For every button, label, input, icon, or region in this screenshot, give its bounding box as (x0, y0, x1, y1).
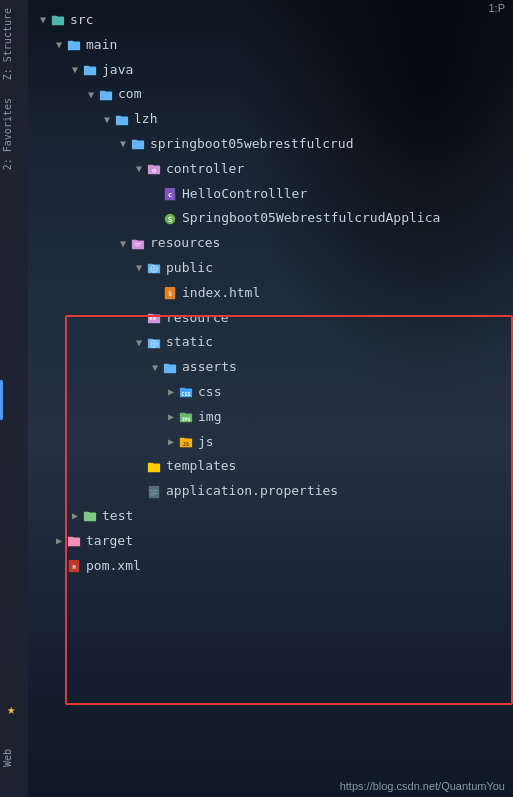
arrow-com (84, 88, 98, 102)
timestamp: 1:P (488, 2, 505, 14)
arrow-src (36, 13, 50, 27)
label-resources: resources (150, 233, 220, 254)
svg-text:</>: </> (150, 488, 158, 493)
svg-text:5: 5 (168, 290, 172, 297)
arrow-java (68, 63, 82, 77)
label-springapp: Springboot05WebrestfulcrudApplica (182, 208, 440, 229)
label-controller: controller (166, 159, 244, 180)
tree-item-templates[interactable]: templates (28, 454, 513, 479)
svg-rect-3 (68, 41, 73, 44)
sidebar-tab-favorites[interactable]: 2: Favorites (0, 90, 28, 178)
arrow-lzh (100, 113, 114, 127)
spring-app-icon: S (162, 211, 178, 227)
label-lzh: lzh (134, 109, 157, 130)
label-js: js (198, 432, 214, 453)
folder-icon-public (146, 260, 162, 276)
label-pomxml: pom.xml (86, 556, 141, 577)
folder-icon-js: JS (178, 434, 194, 450)
tree-item-css[interactable]: CSS css (28, 380, 513, 405)
folder-icon-img: IMG (178, 409, 194, 425)
folder-icon-resource (146, 310, 162, 326)
tree-item-springboot05[interactable]: springboot05webrestfulcrud (28, 132, 513, 157)
svg-rect-7 (100, 90, 105, 93)
folder-icon-controller: ⚙ (146, 161, 162, 177)
svg-rect-59 (68, 537, 73, 540)
svg-rect-20 (132, 239, 137, 242)
url-bar: https://blog.csdn.net/QuantumYou (340, 780, 505, 792)
label-main: main (86, 35, 117, 56)
svg-text:CSS: CSS (181, 391, 190, 397)
tree-item-js[interactable]: JS js (28, 430, 513, 455)
tree-item-public[interactable]: public (28, 256, 513, 281)
maven-icon: M (66, 558, 82, 574)
tree-item-springapp[interactable]: S Springboot05WebrestfulcrudApplica (28, 206, 513, 231)
sidebar-tab-web[interactable]: Web (2, 749, 13, 767)
label-com: com (118, 84, 141, 105)
tree-item-lzh[interactable]: lzh (28, 107, 513, 132)
svg-text:IMG: IMG (182, 417, 191, 422)
label-img: img (198, 407, 221, 428)
svg-rect-33 (153, 317, 156, 320)
folder-icon-resources (130, 236, 146, 252)
props-file-icon: </> (146, 484, 162, 500)
svg-rect-22 (135, 244, 140, 245)
label-css: css (198, 382, 221, 403)
arrow-css (164, 385, 178, 399)
tree-item-pomxml[interactable]: M pom.xml (28, 554, 513, 579)
svg-text:S: S (168, 215, 172, 223)
folder-icon-target (66, 533, 82, 549)
tree-item-main[interactable]: main (28, 33, 513, 58)
tree-item-img[interactable]: IMG img (28, 405, 513, 430)
arrow-springboot05 (116, 137, 130, 151)
folder-icon-lzh (114, 112, 130, 128)
arrow-resources (116, 237, 130, 251)
label-asserts: asserts (182, 357, 237, 378)
label-java: java (102, 60, 133, 81)
arrow-test (68, 509, 82, 523)
folder-icon-java (82, 62, 98, 78)
label-target: target (86, 531, 133, 552)
folder-icon-test (82, 508, 98, 524)
tree-item-hellocontroller[interactable]: c HelloControlller (28, 182, 513, 207)
tree-item-resource[interactable]: resource (28, 306, 513, 331)
folder-icon-src (50, 12, 66, 28)
tree-item-target[interactable]: target (28, 529, 513, 554)
tree-item-appprops[interactable]: </> application.properties (28, 479, 513, 504)
left-sidebar: Z: Structure 2: Favorites ★ Web (0, 0, 28, 797)
tree-item-test[interactable]: test (28, 504, 513, 529)
label-springboot05: springboot05webrestfulcrud (150, 134, 354, 155)
svg-rect-40 (164, 363, 169, 366)
svg-rect-51 (148, 462, 153, 465)
tree-item-resources[interactable]: resources (28, 231, 513, 256)
java-file-icon: c (162, 186, 178, 202)
arrow-controller (132, 162, 146, 176)
tree-item-indexhtml[interactable]: 5 index.html (28, 281, 513, 306)
tree-item-java[interactable]: java (28, 58, 513, 83)
arrow-target (52, 534, 66, 548)
label-indexhtml: index.html (182, 283, 260, 304)
folder-icon-css: CSS (178, 384, 194, 400)
label-test: test (102, 506, 133, 527)
html-file-icon: 5 (162, 285, 178, 301)
tree-item-com[interactable]: com (28, 82, 513, 107)
tree-item-controller[interactable]: ⚙ controller (28, 157, 513, 182)
sidebar-tab-structure[interactable]: Z: Structure (0, 0, 28, 88)
folder-icon-com (98, 87, 114, 103)
arrow-static (132, 336, 146, 350)
arrow-img (164, 410, 178, 424)
svg-rect-9 (116, 115, 121, 118)
label-public: public (166, 258, 213, 279)
tree-item-static[interactable]: static (28, 330, 513, 355)
label-src: src (70, 10, 93, 31)
folder-icon-templates (146, 459, 162, 475)
sidebar-indicator (0, 380, 3, 420)
arrow-asserts (148, 361, 162, 375)
svg-text:JS: JS (183, 440, 189, 446)
folder-icon-springboot05 (130, 136, 146, 152)
svg-rect-55 (151, 494, 155, 495)
svg-rect-31 (148, 314, 153, 317)
tree-item-src[interactable]: src (28, 8, 513, 33)
svg-text:M: M (72, 564, 75, 570)
tree-item-asserts[interactable]: asserts (28, 355, 513, 380)
svg-rect-54 (151, 492, 158, 493)
